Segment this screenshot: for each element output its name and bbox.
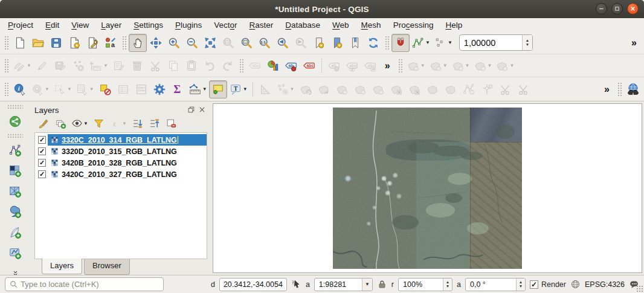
- toolbar-drag-handle[interactable]: [4, 59, 8, 73]
- toolbar-drag-handle[interactable]: [617, 82, 622, 97]
- toolbar-drag-handle[interactable]: [7, 134, 23, 138]
- chevron-down-icon[interactable]: ▼: [89, 86, 94, 92]
- refresh-map-button[interactable]: [364, 34, 382, 52]
- pan-to-selection-button[interactable]: [147, 34, 165, 52]
- menu-web[interactable]: Web: [326, 20, 355, 30]
- zoom-full-button[interactable]: [201, 34, 219, 52]
- minimize-button[interactable]: [596, 3, 607, 14]
- zoom-out-button[interactable]: [183, 34, 201, 52]
- show-statistics-button[interactable]: Σ: [169, 80, 187, 98]
- chevron-down-icon[interactable]: ▼: [202, 86, 207, 92]
- open-layer-styling-panel-button[interactable]: [36, 117, 51, 130]
- split-features-button[interactable]: [460, 80, 478, 98]
- chevron-down-icon[interactable]: ▼: [45, 86, 50, 92]
- add-vector-layer-button[interactable]: [6, 141, 24, 159]
- add-part-button[interactable]: [351, 80, 369, 98]
- statistical-summary-button[interactable]: [132, 80, 150, 98]
- zoom-to-selection-button[interactable]: [219, 34, 237, 52]
- advanced-digitizing-button[interactable]: ▼: [88, 57, 110, 75]
- toolbar-drag-handle[interactable]: [239, 59, 243, 73]
- select-features-by-value-button[interactable]: ▼: [74, 80, 96, 98]
- merge-features-button[interactable]: [496, 80, 514, 98]
- chevron-down-icon[interactable]: ▼: [83, 121, 88, 126]
- chevron-down-icon[interactable]: ▼: [448, 40, 452, 45]
- toolbar-drag-handle[interactable]: [4, 82, 8, 97]
- simplify-feature-button[interactable]: [315, 80, 333, 98]
- scale-combo[interactable]: 1:98281 ▼: [314, 278, 373, 291]
- layer-visibility-checkbox[interactable]: ✓: [38, 136, 46, 144]
- zoom-in-button[interactable]: [165, 34, 183, 52]
- snapping-mode-button[interactable]: ▼: [410, 34, 432, 52]
- add-ring-button[interactable]: [333, 80, 351, 98]
- text-annotation-button[interactable]: T▼: [227, 80, 250, 98]
- menu-database[interactable]: Database: [279, 20, 326, 30]
- add-group-button[interactable]: [53, 117, 68, 130]
- remove-layer-button[interactable]: [164, 117, 179, 130]
- chevron-down-icon[interactable]: ▼: [243, 86, 248, 92]
- spinner-arrows[interactable]: ▲▼: [516, 279, 525, 291]
- vertex-tool-setsquare-button[interactable]: [256, 80, 274, 98]
- layer-row[interactable]: ✓3320D_2010_315_RGB_LATLNG: [35, 146, 207, 157]
- coordinate-input[interactable]: [219, 278, 287, 291]
- chevron-down-icon[interactable]: ▼: [103, 63, 108, 68]
- digitize-regular-polygon-button[interactable]: ▼: [494, 57, 516, 75]
- digitize-rectangle-button[interactable]: ▼: [472, 57, 494, 75]
- crs-status[interactable]: EPSG:4326: [585, 280, 625, 289]
- layer-visibility-checkbox[interactable]: ✓: [38, 159, 46, 167]
- zoom-next-button[interactable]: [292, 34, 310, 52]
- menu-settings[interactable]: Settings: [127, 20, 169, 30]
- menu-processing[interactable]: Processing: [387, 20, 440, 30]
- show-bookmark-manager-button[interactable]: [346, 34, 364, 52]
- toolbar-drag-handle[interactable]: [385, 36, 389, 50]
- new-shapefile-layer-button[interactable]: [6, 223, 24, 242]
- digitize-ellipse-button[interactable]: ▼: [449, 57, 472, 75]
- locate-input[interactable]: [21, 280, 159, 289]
- spinner-arrows[interactable]: ▲▼: [443, 279, 452, 291]
- copy-features-button[interactable]: [164, 57, 182, 75]
- digitize-circular-string-button[interactable]: ▼: [405, 57, 427, 75]
- locator-search[interactable]: [5, 277, 164, 291]
- menu-help[interactable]: Help: [439, 20, 468, 30]
- pin-unpin-labels-button[interactable]: ab: [325, 57, 343, 75]
- manage-map-themes-button[interactable]: ▼: [69, 117, 90, 130]
- redo-button[interactable]: [219, 57, 237, 75]
- spinner-arrows[interactable]: ▲▼: [522, 35, 532, 50]
- resize-grip[interactable]: [636, 285, 643, 292]
- chevron-down-icon[interactable]: ▼: [509, 63, 514, 68]
- new-spatial-bookmark-button[interactable]: [310, 34, 328, 52]
- current-edits-button[interactable]: ▼: [11, 57, 33, 75]
- layer-item[interactable]: 3320C_2010_314_RGB_LATLNG: [48, 134, 207, 146]
- toggle-editing-button[interactable]: [33, 57, 51, 75]
- add-raster-layer-button[interactable]: [6, 161, 24, 180]
- filter-legend-button[interactable]: [91, 117, 107, 130]
- menu-mesh[interactable]: Mesh: [355, 20, 387, 30]
- toolbar-drag-handle[interactable]: [398, 59, 402, 73]
- zoom-native-resolution-button[interactable]: 1:1: [256, 34, 274, 52]
- close-button[interactable]: [627, 3, 639, 14]
- chevron-down-icon[interactable]: ▼: [290, 86, 295, 92]
- enable-tracing-button[interactable]: ▼: [432, 34, 454, 52]
- chevron-down-icon[interactable]: ▼: [362, 279, 372, 291]
- digitize-circle-button[interactable]: ▼: [427, 57, 449, 75]
- chevron-down-icon[interactable]: ▼: [420, 63, 425, 68]
- offset-curve-button[interactable]: [442, 80, 460, 98]
- menu-layer[interactable]: Layer: [95, 20, 127, 30]
- chevron-down-icon[interactable]: ▼: [488, 63, 492, 68]
- menu-view[interactable]: View: [65, 20, 95, 30]
- filter-legend-by-expression-button[interactable]: ε▼: [108, 117, 129, 130]
- enable-snapping-button[interactable]: [391, 34, 410, 52]
- magnifier-spinbox[interactable]: 100% ▲▼: [398, 278, 452, 291]
- run-feature-action-button[interactable]: ▼: [29, 80, 51, 98]
- toolbar-overflow-button[interactable]: »: [379, 60, 396, 71]
- title-bar[interactable]: *Untitled Project - QGIS: [0, 0, 644, 18]
- layer-labeling-options-button[interactable]: abc: [246, 57, 264, 75]
- toolbar-overflow-button[interactable]: »: [599, 84, 615, 95]
- style-manager-button[interactable]: a: [101, 34, 120, 52]
- chevron-down-icon[interactable]: ▼: [443, 63, 448, 68]
- layer-item[interactable]: 3420C_2010_327_RGB_LATLNG: [48, 169, 207, 180]
- new-geopackage-layer-button[interactable]: [6, 202, 24, 221]
- add-mesh-layer-button[interactable]: [6, 182, 24, 201]
- move-label-button[interactable]: abc: [361, 57, 379, 75]
- maximize-button[interactable]: [611, 3, 623, 14]
- extent-toggle-icon[interactable]: [291, 279, 301, 289]
